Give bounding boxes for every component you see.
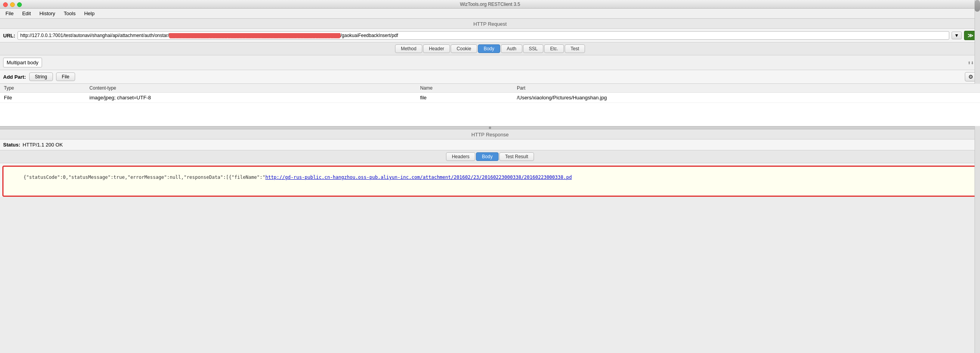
col-part: Part <box>513 84 980 93</box>
response-body-area: {"statusCode":0,"statusMessage":true,"er… <box>2 166 978 197</box>
url-input[interactable]: http://127.0.0.1:7001/test/autonavi/shan… <box>18 31 949 40</box>
status-label: Status: <box>3 142 20 148</box>
cell-name: file <box>416 93 513 103</box>
status-row: Status: HTTP/1.1 200 OK <box>0 139 980 150</box>
tab-ssl[interactable]: SSL <box>523 44 544 53</box>
url-dropdown-button[interactable]: ▼ <box>952 32 962 39</box>
request-scrollbar-track <box>975 0 980 353</box>
resp-tab-body[interactable]: Body <box>476 152 498 161</box>
parts-table-area: Type Content-type Name Part File image/j… <box>0 84 980 126</box>
menu-history[interactable]: History <box>35 9 59 18</box>
response-json-prefix: {"statusCode":0,"statusMessage":true,"er… <box>23 175 265 180</box>
minimize-button[interactable] <box>10 2 15 7</box>
cell-content-type: image/jpeg; charset=UTF-8 <box>86 93 416 103</box>
tab-method[interactable]: Method <box>395 44 422 53</box>
response-json-link[interactable]: http://gd-rus-public.cn-hangzhou.oss-pub… <box>265 175 572 180</box>
menu-bar: File Edit History Tools Help <box>0 9 980 19</box>
http-request-section-header: HTTP Request <box>0 19 980 29</box>
add-part-row: Add Part: String File ⚙ <box>0 70 980 84</box>
http-response-section: HTTP Response Status: HTTP/1.1 200 OK He… <box>0 129 980 197</box>
menu-file[interactable]: File <box>2 9 18 18</box>
table-row[interactable]: File image/jpeg; charset=UTF-8 file /Use… <box>0 93 980 103</box>
url-suffix: /gaokuaiFeedbackInsert/pdf <box>341 33 398 38</box>
request-scrollbar-thumb[interactable] <box>975 0 980 12</box>
close-button[interactable] <box>3 2 8 7</box>
maximize-button[interactable] <box>17 2 22 7</box>
cell-part: /Users/xiaolong/Pictures/Huangshan.jpg <box>513 93 980 103</box>
vertical-resizer[interactable] <box>0 126 980 129</box>
string-button[interactable]: String <box>29 72 53 81</box>
url-label: URL: <box>3 33 15 39</box>
tab-auth[interactable]: Auth <box>501 44 522 53</box>
tab-cookie[interactable]: Cookie <box>451 44 477 53</box>
add-part-label: Add Part: <box>3 74 26 80</box>
url-bar: URL: http://127.0.0.1:7001/test/autonavi… <box>0 29 980 42</box>
resp-tab-test-result[interactable]: Test Result <box>499 152 534 161</box>
request-tab-row: Method Header Cookie Body Auth SSL Etc. … <box>0 42 980 55</box>
menu-help[interactable]: Help <box>80 9 98 18</box>
url-prefix: http://127.0.0.1:7001/test/autonavi/shan… <box>20 33 169 38</box>
url-redacted: ████████████████████████████████████████… <box>169 33 340 38</box>
file-button[interactable]: File <box>56 72 75 81</box>
status-value: HTTP/1.1 200 OK <box>23 142 63 148</box>
response-body-content: {"statusCode":0,"statusMessage":true,"er… <box>4 167 976 188</box>
response-tab-row: Headers Body Test Result <box>0 150 980 163</box>
cell-type: File <box>0 93 86 103</box>
col-type: Type <box>0 84 86 93</box>
col-content-type: Content-type <box>86 84 416 93</box>
tab-body[interactable]: Body <box>478 44 500 53</box>
http-response-section-header: HTTP Response <box>0 129 980 139</box>
resp-tab-headers[interactable]: Headers <box>446 152 475 161</box>
traffic-lights <box>3 2 22 7</box>
parts-table: Type Content-type Name Part File image/j… <box>0 84 980 126</box>
menu-edit[interactable]: Edit <box>18 9 35 18</box>
body-select-row: Multipart body <box>0 55 980 70</box>
col-name: Name <box>416 84 513 93</box>
menu-tools[interactable]: Tools <box>60 9 79 18</box>
resizer-dot <box>489 127 491 129</box>
tab-test[interactable]: Test <box>565 44 585 53</box>
title-bar: WizTools.org RESTClient 3.5 <box>0 0 980 9</box>
body-type-wrapper: Multipart body <box>3 58 977 67</box>
tab-etc[interactable]: Etc. <box>544 44 564 53</box>
app-title: WizTools.org RESTClient 3.5 <box>460 2 520 7</box>
tab-header[interactable]: Header <box>423 44 450 53</box>
body-type-select[interactable]: Multipart body <box>3 58 42 67</box>
